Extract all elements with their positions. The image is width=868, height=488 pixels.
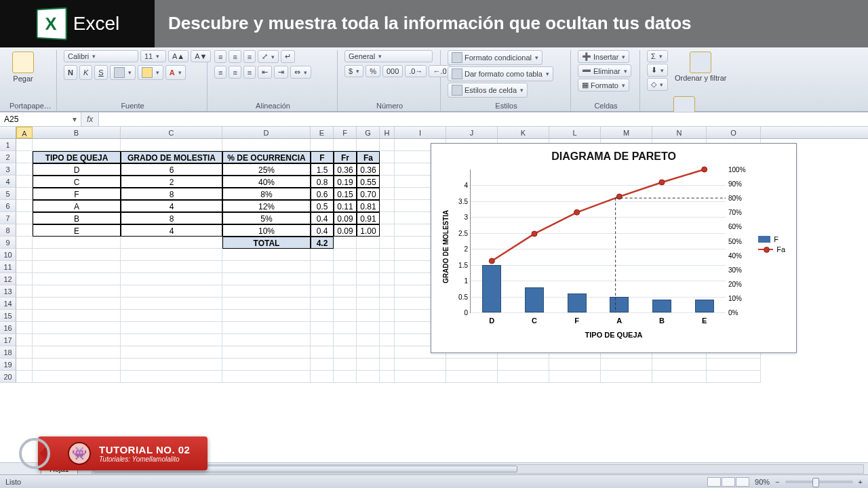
cell-B18[interactable]: [33, 346, 121, 359]
cell-A14[interactable]: [16, 298, 33, 310]
cell-H13[interactable]: [380, 285, 395, 298]
cell-E7[interactable]: 0.4: [311, 212, 334, 224]
cell-E5[interactable]: 0.6: [311, 188, 334, 200]
fill-button[interactable]: ⬇: [647, 64, 668, 77]
cell-A13[interactable]: [16, 285, 33, 298]
cell-A20[interactable]: [16, 371, 33, 383]
col-header-J[interactable]: J: [446, 127, 498, 138]
wrap-text-button[interactable]: ↵: [281, 50, 295, 63]
cell-H17[interactable]: [380, 334, 395, 346]
row-header-13[interactable]: 13: [0, 285, 16, 298]
cell-D1[interactable]: [222, 139, 311, 151]
cell-H16[interactable]: [380, 322, 395, 334]
cell-E2[interactable]: F: [311, 151, 334, 163]
cell-E12[interactable]: [311, 273, 334, 285]
row-header-2[interactable]: 2: [0, 151, 16, 163]
cell-K19[interactable]: [498, 359, 549, 371]
cell-E16[interactable]: [311, 322, 334, 334]
cell-D16[interactable]: [222, 322, 311, 334]
fx-icon[interactable]: fx: [81, 115, 98, 124]
cell-F10[interactable]: [334, 249, 357, 261]
col-header-F[interactable]: F: [334, 127, 357, 138]
shrink-font-button[interactable]: A▼: [191, 50, 211, 62]
cell-F17[interactable]: [334, 334, 357, 346]
cell-A18[interactable]: [16, 346, 33, 359]
name-box[interactable]: ▾: [0, 113, 81, 126]
cell-B14[interactable]: [33, 298, 121, 310]
cell-H2[interactable]: [380, 151, 395, 163]
row-header-8[interactable]: 8: [0, 224, 16, 237]
font-name-select[interactable]: Calibri: [64, 50, 138, 62]
cell-C14[interactable]: [121, 298, 222, 310]
cell-D5[interactable]: 8%: [222, 188, 311, 200]
col-header-A[interactable]: A: [16, 127, 33, 138]
view-pagebreak-button[interactable]: [736, 477, 749, 487]
number-format-select[interactable]: General: [344, 50, 433, 62]
col-header-B[interactable]: B: [33, 127, 121, 138]
cell-C15[interactable]: [121, 310, 222, 322]
view-layout-button[interactable]: [722, 477, 735, 487]
cell-F16[interactable]: [334, 322, 357, 334]
align-bottom-button[interactable]: ≡: [243, 50, 256, 63]
cell-B16[interactable]: [33, 322, 121, 334]
cell-M20[interactable]: [601, 371, 652, 383]
cell-G9[interactable]: [357, 237, 380, 249]
col-header-I[interactable]: I: [395, 127, 446, 138]
pareto-chart[interactable]: DIAGRAMA DE PARETO GRADO DE MOLESTIA 00.…: [431, 143, 797, 353]
cell-A17[interactable]: [16, 334, 33, 346]
cell-A3[interactable]: [16, 163, 33, 176]
cell-C19[interactable]: [121, 359, 222, 371]
cell-H15[interactable]: [380, 310, 395, 322]
cell-C2[interactable]: GRADO DE MOLESTIA: [121, 151, 222, 163]
format-table-button[interactable]: Dar formato como tabla: [448, 66, 553, 81]
cell-F3[interactable]: 0.36: [334, 163, 357, 176]
cell-B2[interactable]: TIPO DE QUEJA: [33, 151, 121, 163]
cell-C11[interactable]: [121, 261, 222, 273]
col-header-D[interactable]: D: [222, 127, 311, 138]
merge-button[interactable]: ⇔: [290, 66, 311, 79]
cell-C10[interactable]: [121, 249, 222, 261]
cell-F14[interactable]: [334, 298, 357, 310]
cell-A2[interactable]: [16, 151, 33, 163]
cell-D13[interactable]: [222, 285, 311, 298]
cell-D7[interactable]: 5%: [222, 212, 311, 224]
cell-E19[interactable]: [311, 359, 334, 371]
cell-B7[interactable]: B: [33, 212, 121, 224]
cell-F5[interactable]: 0.15: [334, 188, 357, 200]
cell-D4[interactable]: 40%: [222, 176, 311, 188]
cell-E3[interactable]: 1.5: [311, 163, 334, 176]
cell-C3[interactable]: 6: [121, 163, 222, 176]
italic-button[interactable]: K: [79, 65, 92, 80]
view-buttons[interactable]: [707, 477, 749, 487]
cell-C17[interactable]: [121, 334, 222, 346]
cell-A16[interactable]: [16, 322, 33, 334]
cell-A5[interactable]: [16, 188, 33, 200]
select-all-corner[interactable]: [0, 127, 16, 138]
row-header-5[interactable]: 5: [0, 188, 16, 200]
cell-A11[interactable]: [16, 261, 33, 273]
col-header-L[interactable]: L: [549, 127, 601, 138]
cell-D17[interactable]: [222, 334, 311, 346]
cell-H4[interactable]: [380, 176, 395, 188]
cell-B4[interactable]: C: [33, 176, 121, 188]
cell-G4[interactable]: 0.55: [357, 176, 380, 188]
cell-B9[interactable]: [33, 237, 121, 249]
cell-styles-button[interactable]: Estilos de celda: [448, 83, 528, 98]
cell-B12[interactable]: [33, 273, 121, 285]
cell-E11[interactable]: [311, 261, 334, 273]
cell-G8[interactable]: 1.00: [357, 224, 380, 237]
cell-A19[interactable]: [16, 359, 33, 371]
cell-M19[interactable]: [601, 359, 652, 371]
align-right-button[interactable]: ≡: [243, 66, 256, 79]
cell-E10[interactable]: [311, 249, 334, 261]
cell-C13[interactable]: [121, 285, 222, 298]
cell-C9[interactable]: [121, 237, 222, 249]
cell-O20[interactable]: [707, 371, 761, 383]
cell-G17[interactable]: [357, 334, 380, 346]
col-header-K[interactable]: K: [498, 127, 549, 138]
formula-input[interactable]: [98, 113, 868, 126]
cell-F6[interactable]: 0.11: [334, 200, 357, 212]
cell-G1[interactable]: [357, 139, 380, 151]
delete-cells-button[interactable]: ➖ Eliminar: [578, 64, 631, 77]
cell-G10[interactable]: [357, 249, 380, 261]
